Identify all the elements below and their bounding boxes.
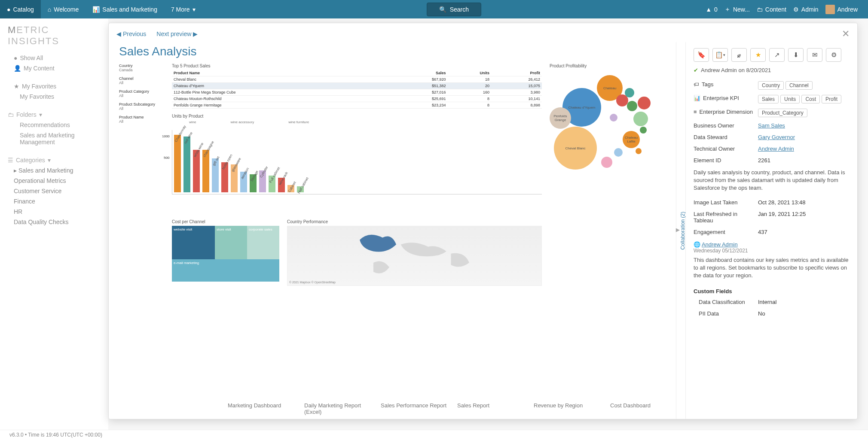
download-button[interactable]: ⬇ [788,48,804,62]
nav-admin[interactable]: ⚙ Admin [793,0,819,18]
gear-icon: ⚙ [831,51,837,59]
home-icon: ⌂ [48,6,51,13]
table-row[interactable]: Cheval Blanc$67,9201826,412 [172,76,542,83]
close-button[interactable]: ✕ [842,28,850,39]
filter-channel-val[interactable]: All [119,81,164,85]
caret-down-icon: ▾ [48,157,51,164]
clipboard-button[interactable]: 📋▾ [712,48,728,62]
table-row[interactable]: Penfolds Grange Hermitage$23,23488,898 [172,102,542,109]
thumb-marketing[interactable]: Marketing Dashboard [228,402,296,415]
sidebar-sales-mgmt[interactable]: Sales and Marketing Management [8,130,101,147]
filter-pc-lbl: Product Category [119,89,164,94]
nav-sales-marketing[interactable]: 📊 Sales and Marketing [86,0,164,18]
search-button[interactable]: 🔍 Search [427,3,481,16]
business-owner-link[interactable]: Sam Sales [758,122,785,129]
bubble-chart[interactable]: Chateau d'Yquem Chateau Cheval Blanc Pen… [550,71,661,170]
data-steward-link[interactable]: Gary Governor [758,134,795,140]
circle-icon: ● [14,55,17,61]
nav-content[interactable]: 🗀 Content [757,0,786,18]
collaboration-tab[interactable]: ◀ Collaboration (2) [676,42,685,419]
caret-left-icon: ◀ [676,228,680,234]
star-icon: ★ [14,83,19,90]
circle-icon: ● [7,6,10,13]
table-title: Top 5 Product Sales [172,64,542,68]
tag-channel[interactable]: Channel [785,81,813,90]
dim-product-category[interactable]: Product_Category [758,109,807,117]
sidebar-my-content[interactable]: 👤My Content [8,63,101,73]
tag-country[interactable]: Country [758,81,784,90]
cost-treemap[interactable]: website visit store visit corporate sale… [172,226,279,282]
hierarchy-icon: ⸙ [737,52,741,59]
gear-icon: ⚙ [793,6,799,13]
thumb-daily-marketing[interactable]: Daily Marketing Report (Excel) [304,402,373,415]
nav-new[interactable]: ＋ New... [724,0,750,18]
thumb-sales-perf[interactable]: Sales Performance Report [381,402,449,415]
engagement: 437 [758,229,850,235]
settings-button[interactable]: ⚙ [826,48,841,62]
next-link[interactable]: Next preview ▶ [156,30,198,37]
nav-alerts[interactable]: ▲ 0 [706,0,718,18]
kpi-profit[interactable]: Profit [822,95,841,103]
preview-title: Sales Analysis [119,45,666,58]
nav-user[interactable]: Andrew [825,0,858,18]
plus-icon: ＋ [724,6,730,13]
caret-down-icon: ▾ [193,6,196,13]
envelope-icon: ✉ [812,51,818,59]
nav-welcome[interactable]: ⌂ Welcome [41,0,86,18]
sidebar-folders-head[interactable]: 🗀Folders▾ [8,109,101,120]
bubble-title: Product Profitability [550,64,666,68]
sidebar-my-favorites[interactable]: ★My Favorites [8,81,101,91]
caret-right-icon: ▸ [14,167,17,174]
world-map[interactable]: © 2021 Mapbox © OpenStreetMap [287,226,542,286]
email-button[interactable]: ✉ [807,48,822,62]
sidebar-cat-hr[interactable]: HR [8,206,101,217]
table-row[interactable]: Chateau d'Yquem$51,3822015,075 [172,83,542,89]
filter-psc-val[interactable]: All [119,106,164,111]
bookmark-button[interactable]: 🔖 [694,48,709,62]
hierarchy-button[interactable]: ⸙ [731,48,747,62]
units-barchart[interactable]: 1000 500 Chardonnay red wine white wine … [172,130,542,194]
bookmark-icon: 🔖 [697,51,706,59]
thumb-revenue-region[interactable]: Revenue by Region [534,402,602,415]
sidebar-cat-ops[interactable]: Operational Metrics [8,176,101,186]
certified-line: ✔ Andrew Admin on 8/20/2021 [694,67,850,73]
sidebar-cat-dq[interactable]: Data Quality Checks [8,217,101,227]
description: Daily sales analysis by country, product… [694,166,850,197]
sidebar-recommendations[interactable]: Recommendations [8,120,101,130]
comment-author-link[interactable]: Andrew Admin [702,241,738,248]
thumb-sales-report[interactable]: Sales Report [457,402,526,415]
thumb-cost-dashboard[interactable]: Cost Dashboard [610,402,679,415]
filter-pn-lbl: Product Name [119,115,164,119]
sidebar-categories-head[interactable]: ☰Categories▾ [8,155,101,165]
share-icon: ↗ [774,51,780,59]
table-row[interactable]: Chateau Mouton-Rothschild$25,691810,141 [172,96,542,102]
sidebar-cat-fin[interactable]: Finance [8,196,101,206]
sidebar-cat-sales[interactable]: ▸ Sales and Marketing [8,165,101,176]
caret-left-icon: ◀ [116,30,121,37]
kpi-units[interactable]: Units [780,95,800,103]
sidebar-my-favorites-sub[interactable]: My Favorites [8,91,101,102]
kpi-sales[interactable]: Sales [758,95,779,103]
avatar [825,5,835,14]
nav-more[interactable]: 7 More ▾ [164,0,202,18]
comment-body: This dashboard contains our key sales me… [694,254,850,284]
chart-icon: 📊 [694,95,700,101]
custom-fields-head: Custom Fields [694,288,850,294]
share-button[interactable]: ↗ [769,48,785,62]
sidebar-show-all[interactable]: ●Show All [8,53,101,63]
filter-country-val[interactable]: Canada [119,68,164,72]
technical-owner-link[interactable]: Andrew Admin [758,146,794,152]
filter-pc-val[interactable]: All [119,94,164,98]
person-icon: 👤 [14,65,21,72]
kpi-cost[interactable]: Cost [801,95,820,103]
sidebar: METRIC INSIGHTS ●Show All 👤My Content ★M… [0,18,108,430]
favorite-button[interactable]: ★ [750,48,766,62]
nav-catalog[interactable]: ● Catalog [0,0,41,18]
filter-channel-lbl: Channel [119,76,164,81]
previous-link[interactable]: ◀ Previous [116,30,146,37]
download-icon: ⬇ [793,51,799,59]
filter-pn-val[interactable]: All [119,119,164,124]
filter-psc-lbl: Product Subcategory [119,102,164,106]
table-row[interactable]: 112-Bottle Pine Mega Storage Cube$27,016… [172,89,542,96]
sidebar-cat-cs[interactable]: Customer Service [8,186,101,196]
